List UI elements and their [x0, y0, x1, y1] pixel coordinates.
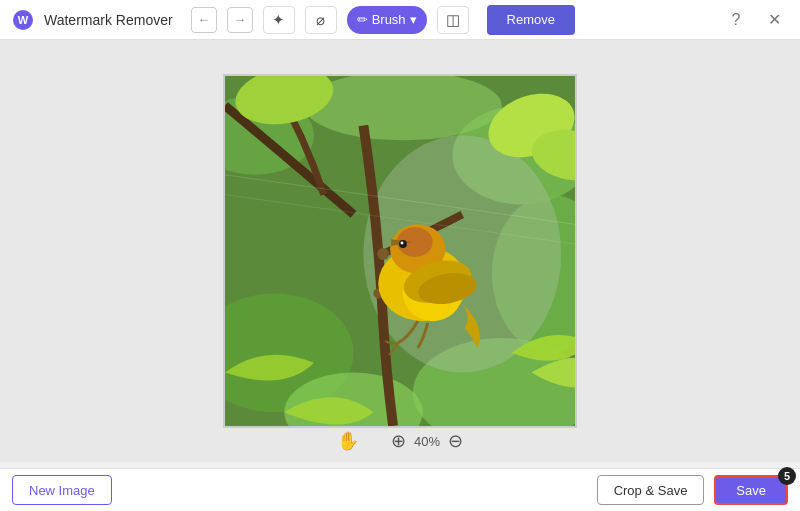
undo-button[interactable]: ← — [191, 7, 217, 33]
undo-icon: ← — [197, 12, 210, 27]
app-logo: W — [12, 9, 34, 31]
remove-button[interactable]: Remove — [487, 5, 575, 35]
zoom-out-icon[interactable]: ⊖ — [448, 430, 463, 452]
image-container[interactable] — [223, 74, 577, 428]
close-icon: ✕ — [768, 10, 781, 29]
brush-label: Brush — [372, 12, 406, 27]
title-bar: W Watermark Remover ← → ✦ ⌀ ✏ Brush ▾ ◫ … — [0, 0, 800, 40]
zoom-level: 40% — [414, 434, 440, 449]
eraser-tool-button[interactable]: ◫ — [437, 6, 469, 34]
canvas-area: ✋ ⊕ 40% ⊖ — [0, 40, 800, 462]
magic-tool-button[interactable]: ✦ — [263, 6, 295, 34]
redo-button[interactable]: → — [227, 7, 253, 33]
bird-image — [225, 76, 575, 426]
zoom-in-icon[interactable]: ⊕ — [391, 430, 406, 452]
new-image-button[interactable]: New Image — [12, 475, 112, 505]
svg-point-23 — [400, 242, 403, 245]
help-icon: ? — [732, 11, 741, 29]
crop-save-button[interactable]: Crop & Save — [597, 475, 705, 505]
brush-tool-button[interactable]: ✏ Brush ▾ — [347, 6, 427, 34]
brush-icon: ✏ — [357, 12, 368, 27]
help-button[interactable]: ? — [722, 6, 750, 34]
hand-tool-icon[interactable]: ✋ — [337, 430, 359, 452]
bottom-bar: New Image Crop & Save Save 5 — [0, 468, 800, 511]
chevron-down-icon: ▾ — [410, 12, 417, 27]
save-button[interactable]: Save — [714, 475, 788, 505]
step-badge: 5 — [778, 467, 796, 485]
eraser-icon: ◫ — [446, 11, 460, 29]
app-title: Watermark Remover — [44, 12, 173, 28]
svg-point-11 — [377, 248, 389, 260]
zoom-bar: ✋ ⊕ 40% ⊖ — [337, 430, 463, 452]
redo-icon: → — [233, 12, 246, 27]
save-button-wrapper: Save 5 — [714, 475, 788, 505]
close-button[interactable]: ✕ — [760, 6, 788, 34]
svg-text:W: W — [18, 14, 29, 26]
lasso-icon: ⌀ — [316, 11, 325, 29]
lasso-tool-button[interactable]: ⌀ — [305, 6, 337, 34]
magic-icon: ✦ — [272, 11, 285, 29]
